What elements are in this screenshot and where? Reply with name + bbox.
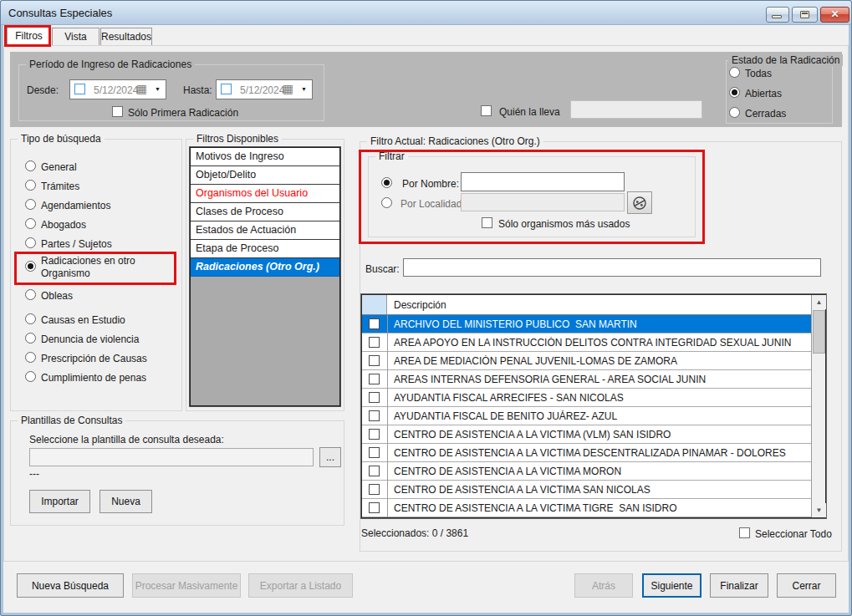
title-bar[interactable]: Consultas Especiales ✕ — [1, 1, 851, 25]
tipo-radio-prescripcion[interactable] — [25, 352, 36, 363]
hasta-checkbox[interactable] — [221, 84, 232, 94]
tab-resultados[interactable]: Resultados — [100, 28, 152, 45]
filtro-item-objeto[interactable]: Objeto/Delito — [191, 166, 339, 185]
solo-organismos-checkbox[interactable] — [482, 217, 492, 228]
row-checkbox[interactable] — [369, 447, 380, 458]
estado-todas-radio[interactable] — [729, 67, 740, 78]
tipo-busqueda-title: Tipo de búsqueda — [18, 133, 105, 145]
row-checkbox[interactable] — [369, 429, 380, 440]
table-row[interactable]: AREA APOYO EN LA INSTRUCCIÓN DELITOS CON… — [362, 333, 811, 352]
table-row[interactable]: AYUDANTIA FISCAL ARRECIFES - SAN NICOLAS — [362, 389, 811, 407]
cerrar-button[interactable]: Cerrar — [777, 573, 836, 598]
filtro-item-organismos[interactable]: Organismos del Usuario — [191, 185, 339, 203]
por-nombre-radio[interactable] — [381, 177, 392, 188]
finalizar-button[interactable]: Finalizar — [710, 573, 768, 598]
tipo-radio-obleas[interactable] — [25, 289, 36, 300]
table-row[interactable]: AYUDANTIA FISCAL DE BENITO JUÁREZ- AZUL — [362, 407, 811, 425]
row-checkbox[interactable] — [369, 410, 380, 421]
row-label: AREA APOYO EN LA INSTRUCCIÓN DELITOS CON… — [394, 337, 795, 349]
minimize-button[interactable] — [766, 7, 789, 23]
row-checkbox[interactable] — [369, 502, 380, 513]
descripcion-column-header[interactable]: Descripción — [394, 299, 446, 311]
tipo-label-denuncia: Denuncia de violencia — [41, 333, 139, 345]
estado-abiertas-label: Abiertas — [745, 88, 782, 99]
clear-localidad-button[interactable] — [627, 191, 652, 214]
browse-plantilla-button[interactable]: ... — [319, 447, 341, 467]
por-localidad-radio[interactable] — [381, 197, 392, 208]
row-label: CENTRO DE ASISTENCIA A LA VICTIMA DESCEN… — [394, 447, 795, 459]
row-checkbox[interactable] — [369, 355, 380, 366]
plantilla-input[interactable] — [29, 448, 314, 466]
filtro-item-etapa[interactable]: Etapa de Proceso — [191, 240, 339, 258]
tipo-radio-radicaciones-otro[interactable] — [25, 261, 36, 272]
filtro-item-clases[interactable]: Clases de Proceso — [191, 203, 339, 221]
seleccionar-todo-checkbox[interactable] — [739, 527, 750, 538]
scroll-down-icon[interactable]: ▼ — [812, 503, 826, 517]
estado-abiertas-radio[interactable] — [729, 87, 740, 98]
dropdown-arrow-icon[interactable]: ▼ — [155, 86, 161, 92]
por-nombre-input[interactable] — [461, 172, 625, 191]
row-checkbox[interactable] — [369, 392, 380, 403]
window-title: Consultas Especiales — [8, 7, 112, 19]
filtro-item-radicaciones-otro-org[interactable]: Radicaciones (Otro Org.) — [191, 258, 339, 277]
row-checkbox[interactable] — [369, 374, 380, 384]
tipo-label-abogados: Abogados — [41, 219, 86, 231]
scroll-up-icon[interactable]: ▲ — [812, 295, 826, 309]
solo-primera-checkbox[interactable] — [112, 106, 123, 117]
tipo-radio-tramites[interactable] — [25, 180, 36, 191]
nueva-plantilla-button[interactable]: Nueva — [99, 490, 152, 513]
header-checkbox-cell[interactable] — [362, 295, 387, 314]
buscar-input[interactable] — [403, 258, 821, 277]
quien-la-lleva-input[interactable] — [570, 100, 702, 119]
quien-la-lleva-checkbox[interactable] — [481, 105, 492, 116]
table-row[interactable]: CENTRO DE ASISTENCIA A LA VICTIMA TIGRE … — [362, 499, 811, 517]
tab-filtros[interactable]: Filtros — [7, 27, 51, 46]
estado-cerradas-radio[interactable] — [729, 107, 740, 118]
tipo-radio-cumplimiento[interactable] — [25, 371, 36, 382]
filtrar-title: Filtrar — [375, 150, 408, 162]
table-row[interactable]: CENTRO DE ASISTENCIA A LA VICTIMA (VLM) … — [362, 425, 811, 444]
por-localidad-input[interactable] — [461, 193, 625, 211]
row-checkbox[interactable] — [369, 318, 380, 329]
table-row[interactable]: AREA DE MEDIACIÓN PENAL JUVENIL-LOMAS DE… — [362, 352, 811, 370]
maximize-button[interactable] — [792, 7, 818, 23]
calendar-icon[interactable]: ▦ — [136, 82, 147, 95]
dropdown-arrow-icon[interactable]: ▼ — [301, 86, 307, 92]
tipo-radio-denuncia[interactable] — [25, 333, 36, 344]
exportar-a-listado-button[interactable]: Exportar a Listado — [248, 573, 353, 598]
row-label: ARCHIVO DEL MINISTERIO PUBLICO SAN MARTI… — [394, 318, 795, 330]
periodo-group-title: Período de Ingreso de Radicaciones — [26, 59, 195, 70]
filtro-item-motivos[interactable]: Motivos de Ingreso — [191, 148, 339, 166]
table-row[interactable]: CENTRO DE ASISTENCIA A LA VICTIMA DESCEN… — [362, 444, 811, 462]
tipo-radio-general[interactable] — [25, 160, 36, 171]
table-row[interactable]: AREAS INTERNAS DEFENSORIA GENERAL - AREA… — [362, 370, 811, 389]
filtro-item-estados[interactable]: Estados de Actuación — [191, 221, 339, 240]
tipo-radio-causas-estudio[interactable] — [25, 313, 36, 324]
row-checkbox[interactable] — [369, 337, 380, 348]
table-row[interactable]: ARCHIVO DEL MINISTERIO PUBLICO SAN MARTI… — [362, 315, 811, 333]
desde-datepicker[interactable]: 5/12/2024 ▦ ▼ — [69, 79, 166, 99]
table-row[interactable]: CENTRO DE ASISTENCIA A LA VICTIMA MORON — [362, 462, 811, 481]
tipo-radio-abogados[interactable] — [25, 218, 36, 229]
vertical-scrollbar[interactable]: ▲ ▼ — [811, 295, 825, 517]
siguiente-button[interactable]: Siguiente — [642, 573, 701, 598]
desde-checkbox[interactable] — [74, 84, 85, 94]
calendar-icon[interactable]: ▦ — [283, 82, 293, 95]
atras-button[interactable]: Atrás — [574, 573, 633, 598]
tipo-radio-agendamientos[interactable] — [25, 199, 36, 210]
hasta-datepicker[interactable]: 5/12/2024 ▦ ▼ — [216, 79, 313, 99]
tipo-label-radicaciones-otro: Radicaciones en otro Organismo — [41, 255, 166, 280]
close-button[interactable]: ✕ — [820, 7, 849, 23]
scrollbar-thumb[interactable] — [813, 310, 825, 354]
procesar-masivamente-button[interactable]: Procesar Masivamente — [132, 573, 241, 598]
table-row[interactable]: CENTRO DE ASISTENCIA A LA VICTIMA SAN NI… — [362, 481, 811, 499]
minimize-icon — [772, 15, 782, 18]
row-checkbox[interactable] — [369, 484, 380, 495]
row-checkbox[interactable] — [369, 466, 380, 476]
tab-vista-previa[interactable]: Vista Previa — [52, 28, 99, 45]
tipo-radio-partes[interactable] — [25, 237, 36, 248]
importar-button[interactable]: Importar — [29, 490, 90, 513]
nueva-busqueda-button[interactable]: Nueva Búsqueda — [17, 573, 124, 598]
por-localidad-label: Por Localidad — [400, 198, 462, 210]
plantillas-instruction: Seleccione la plantilla de consulta dese… — [29, 434, 224, 445]
